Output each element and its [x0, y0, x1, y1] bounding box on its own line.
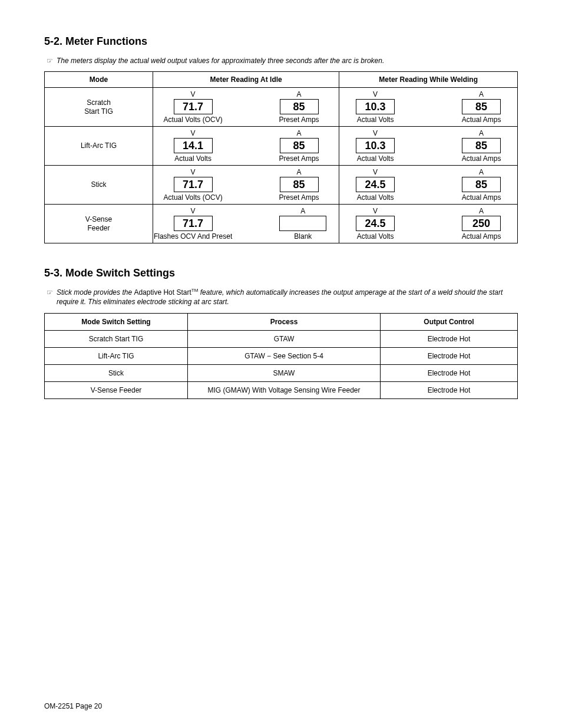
cell: GTAW: [188, 330, 381, 347]
weld-cell: V 24.5 Actual Volts A 85 Actual Amps: [339, 166, 518, 205]
mu-top: A: [300, 207, 305, 215]
table-header-row: Mode Meter Reading At Idle Meter Reading…: [45, 72, 518, 88]
mu-box: 10.3: [356, 138, 395, 153]
meter-unit: V 10.3 Actual Volts: [340, 90, 411, 124]
mu-bot: Actual Volts: [357, 232, 394, 241]
mu-box: 10.3: [356, 99, 395, 114]
mu-box: 71.7: [174, 99, 213, 114]
mu-box: 85: [462, 99, 501, 114]
meter-unit: V 71.7 Actual Volts (OCV): [158, 168, 229, 202]
mu-box: 24.5: [356, 177, 395, 192]
meter-unit: A 85 Actual Amps: [446, 90, 517, 124]
mode-l2: Feeder: [87, 224, 110, 232]
mu-box: 85: [280, 99, 319, 114]
meter-unit: V 71.7 Flashes OCV And Preset: [154, 207, 232, 241]
mu-top: A: [297, 90, 302, 98]
mu-box: 85: [462, 138, 501, 153]
meter-unit: A 85 Preset Amps: [264, 168, 335, 202]
note-b: Adaptive Hot Start: [134, 288, 191, 297]
meter-unit: V 24.5 Actual Volts: [340, 168, 411, 202]
mode-l1: Stick: [91, 180, 106, 189]
table-row: Stick SMAW Electrode Hot: [45, 364, 518, 381]
cell: Electrode Hot: [381, 381, 518, 398]
mode-l2: Start TIG: [84, 107, 113, 116]
mode-l1: V-Sense: [85, 215, 112, 223]
mu-top: A: [479, 129, 484, 137]
col-mode-switch: Mode Switch Setting: [45, 313, 188, 330]
mode-label: V-Sense Feeder: [45, 205, 153, 243]
idle-cell: V 14.1 Actual Volts A 85 Preset Amps: [153, 127, 339, 166]
mu-bot: Actual Amps: [462, 116, 501, 124]
note-text: The meters display the actual weld outpu…: [57, 56, 518, 65]
mu-top: V: [373, 207, 378, 215]
mu-bot: Actual Volts (OCV): [164, 116, 223, 124]
mode-switch-table: Mode Switch Setting Process Output Contr…: [44, 313, 518, 399]
mu-box-blank: [279, 216, 326, 231]
mu-bot: Preset Amps: [279, 193, 319, 202]
mu-top: V: [191, 90, 196, 98]
table-row: Scratch Start TIG V 71.7 Actual Volts (O…: [45, 88, 518, 127]
weld-cell: V 10.3 Actual Volts A 85 Actual Amps: [339, 127, 518, 166]
mu-bot: Actual Volts: [357, 193, 394, 202]
meter-unit: V 10.3 Actual Volts: [340, 129, 411, 163]
mu-bot: Actual Volts: [357, 116, 394, 124]
mu-box: 71.7: [174, 216, 213, 231]
table-row: V-Sense Feeder V 71.7 Flashes OCV And Pr…: [45, 205, 518, 243]
mode-label: Stick: [45, 166, 153, 205]
mu-box: 85: [280, 138, 319, 153]
meter-unit: V 14.1 Actual Volts: [158, 129, 229, 163]
note-5-3: ☞ Stick mode provides the Adaptive Hot S…: [44, 288, 518, 307]
mu-bot: Preset Amps: [279, 116, 319, 124]
table-row: Lift-Arc TIG GTAW − See Section 5-4 Elec…: [45, 347, 518, 364]
col-output-control: Output Control: [381, 313, 518, 330]
mode-l1: Scratch: [87, 98, 111, 107]
cell: Electrode Hot: [381, 330, 518, 347]
cell: V-Sense Feeder: [45, 381, 188, 398]
mu-top: V: [373, 129, 378, 137]
note-text: Stick mode provides the Adaptive Hot Sta…: [57, 288, 518, 307]
mu-bot: Flashes OCV And Preset: [154, 232, 232, 241]
mu-top: A: [297, 168, 302, 176]
table-row: Lift-Arc TIG V 14.1 Actual Volts A 85 Pr…: [45, 127, 518, 166]
mu-top: V: [373, 90, 378, 98]
mu-top: A: [479, 90, 484, 98]
mu-top: V: [191, 207, 196, 215]
mu-bot: Blank: [294, 232, 312, 241]
col-process: Process: [188, 313, 381, 330]
col-mode: Mode: [45, 72, 153, 88]
meter-unit: A 85 Actual Amps: [446, 129, 517, 163]
table-row: Stick V 71.7 Actual Volts (OCV) A 85 Pre…: [45, 166, 518, 205]
cell: Electrode Hot: [381, 364, 518, 381]
trademark-icon: TM: [191, 288, 199, 293]
mu-top: A: [479, 207, 484, 215]
meter-functions-table: Mode Meter Reading At Idle Meter Reading…: [44, 71, 518, 243]
mu-box: 85: [462, 177, 501, 192]
cell: Lift-Arc TIG: [45, 347, 188, 364]
mu-box: 71.7: [174, 177, 213, 192]
mu-bot: Actual Amps: [462, 232, 501, 241]
mu-bot: Actual Volts (OCV): [164, 193, 223, 202]
col-weld: Meter Reading While Welding: [339, 72, 518, 88]
mu-bot: Actual Amps: [462, 193, 501, 202]
pointing-hand-icon: ☞: [47, 56, 53, 65]
table-row: Scratch Start TIG GTAW Electrode Hot: [45, 330, 518, 347]
cell: Electrode Hot: [381, 347, 518, 364]
mu-bot: Actual Volts: [174, 154, 211, 163]
idle-cell: V 71.7 Actual Volts (OCV) A 85 Preset Am…: [153, 88, 339, 127]
cell: GTAW − See Section 5-4: [188, 347, 381, 364]
note-5-2: ☞ The meters display the actual weld out…: [44, 56, 518, 65]
meter-unit: V 71.7 Actual Volts (OCV): [158, 90, 229, 124]
mode-l1: Lift-Arc TIG: [81, 141, 117, 150]
pointing-hand-icon: ☞: [47, 288, 53, 297]
mu-top: A: [479, 168, 484, 176]
mu-top: A: [297, 129, 302, 137]
mu-bot: Preset Amps: [279, 154, 319, 163]
meter-unit: A 85 Actual Amps: [446, 168, 517, 202]
idle-cell: V 71.7 Flashes OCV And Preset A Blank: [153, 205, 339, 243]
mu-top: V: [191, 129, 196, 137]
meter-unit: A 250 Actual Amps: [446, 207, 517, 241]
mode-label: Scratch Start TIG: [45, 88, 153, 127]
weld-cell: V 10.3 Actual Volts A 85 Actual Amps: [339, 88, 518, 127]
cell: SMAW: [188, 364, 381, 381]
mu-bot: Actual Volts: [357, 154, 394, 163]
